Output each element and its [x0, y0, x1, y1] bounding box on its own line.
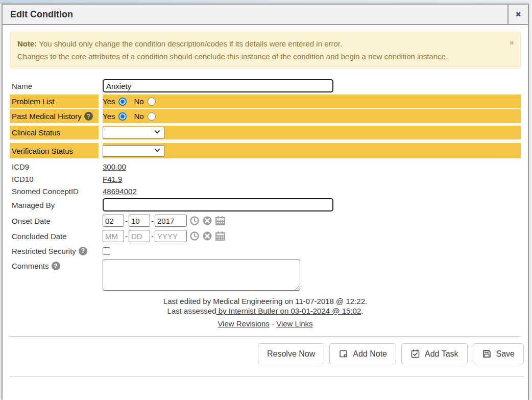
restricted-security-row: Restricted Security ?: [10, 245, 521, 256]
managed-by-label: Managed By: [10, 198, 99, 212]
verification-status-row: Verification Status: [10, 143, 521, 158]
last-assessed-link[interactable]: by Internist Butler on 03-01-2024 @ 15:0…: [216, 307, 361, 315]
clear-date-icon[interactable]: [202, 216, 212, 226]
verification-status-label: Verification Status: [10, 143, 99, 158]
comments-textarea[interactable]: [103, 260, 300, 291]
view-links-link[interactable]: View Links: [276, 319, 312, 328]
revision-links-line: View Revisions - View Links: [3, 319, 528, 328]
problem-list-no-radio[interactable]: [148, 98, 156, 106]
warning-note-banner: ✖ Note: You should only change the condi…: [10, 32, 521, 68]
dismiss-icon: ✖: [510, 40, 514, 46]
edit-condition-dialog: Edit Condition ✖ ✖ Note: You should only…: [2, 4, 529, 400]
restricted-security-checkbox[interactable]: [103, 247, 110, 255]
bottom-divider: [10, 376, 524, 377]
calendar-icon[interactable]: [215, 231, 226, 241]
footer-divider: [10, 336, 521, 337]
concluded-month-input[interactable]: [103, 230, 124, 242]
dialog-footer: Resolve Now Add Note Add Task Save: [3, 343, 524, 364]
past-medical-history-label: Past Medical History ?: [10, 109, 99, 123]
managed-by-input[interactable]: [103, 198, 333, 211]
problem-list-no-label: No: [134, 97, 143, 106]
problem-list-yes-label: Yes: [103, 97, 115, 106]
past-medical-history-yes-radio[interactable]: [118, 112, 127, 121]
comments-row: Comments ?: [10, 260, 521, 291]
past-medical-history-row: Past Medical History ? Yes No: [10, 109, 521, 123]
icd10-row: ICD10 F41.9: [10, 173, 521, 184]
icd10-code-link[interactable]: F41.9: [103, 175, 122, 183]
onset-month-input[interactable]: [103, 215, 124, 227]
chevron-down-icon: [154, 147, 161, 155]
snomed-concept-link[interactable]: 48694002: [103, 187, 137, 196]
clinical-status-row: Clinical Status: [10, 126, 521, 139]
restricted-security-label: Restricted Security ?: [10, 245, 99, 256]
concluded-day-input[interactable]: [129, 230, 150, 242]
last-edited-line: Last edited by Medical Engineering on 11…: [3, 296, 528, 306]
chevron-down-icon: [154, 128, 161, 137]
snomed-concept-label: Snomed ConceptID: [10, 185, 99, 197]
close-icon: ✖: [515, 10, 521, 18]
problem-list-label: Problem List: [10, 95, 99, 108]
past-medical-history-no-radio[interactable]: [148, 112, 156, 121]
name-input[interactable]: [103, 79, 333, 92]
help-icon[interactable]: ?: [52, 262, 60, 270]
problem-list-yes-radio[interactable]: [118, 98, 127, 106]
past-medical-history-yes-label: Yes: [103, 112, 115, 121]
clinical-status-select[interactable]: [103, 127, 164, 138]
help-icon[interactable]: ?: [79, 247, 87, 255]
name-label: Name: [10, 79, 99, 93]
calendar-icon[interactable]: [215, 216, 226, 226]
managed-by-row: Managed By: [10, 198, 521, 212]
concluded-date-label: Concluded Date: [10, 229, 99, 243]
note-icon: [338, 349, 348, 359]
icd9-label: ICD9: [10, 161, 99, 172]
view-revisions-link[interactable]: View Revisions: [217, 319, 269, 328]
clinical-status-label: Clinical Status: [10, 126, 99, 139]
past-medical-history-no-label: No: [134, 112, 143, 121]
name-row: Name: [10, 79, 521, 93]
note-prefix: Note:: [17, 39, 37, 48]
help-icon[interactable]: ?: [84, 112, 93, 121]
concluded-year-input[interactable]: [155, 230, 187, 242]
icd9-code-link[interactable]: 300.00: [103, 162, 126, 171]
close-button[interactable]: ✖: [507, 4, 528, 25]
snomed-concept-row: Snomed ConceptID 48694002: [10, 185, 521, 197]
onset-date-row: Onset Date - -: [10, 214, 521, 227]
last-assessed-line: Last assessed by Internist Butler on 03-…: [3, 306, 528, 316]
note-dismiss-button[interactable]: ✖: [510, 37, 514, 50]
dialog-header: Edit Condition ✖: [3, 5, 528, 25]
save-icon: [482, 349, 492, 359]
resolve-now-button[interactable]: Resolve Now: [258, 343, 324, 364]
calendar-check-icon: [410, 349, 420, 359]
onset-year-input[interactable]: [155, 215, 187, 227]
add-task-button[interactable]: Add Task: [401, 343, 468, 364]
add-note-button[interactable]: Add Note: [329, 343, 396, 364]
dialog-title: Edit Condition: [3, 9, 507, 20]
icd9-row: ICD9 300.00: [10, 161, 521, 172]
onset-date-label: Onset Date: [10, 214, 99, 227]
verification-status-select[interactable]: [103, 145, 164, 157]
condition-form: Name Problem List Yes No Past Medical Hi…: [3, 79, 528, 291]
concluded-date-row: Concluded Date - -: [10, 229, 521, 243]
clear-date-icon[interactable]: [202, 231, 212, 241]
clock-icon[interactable]: [189, 216, 200, 226]
clock-icon[interactable]: [189, 231, 200, 241]
note-line-1: Note: You should only change the conditi…: [17, 37, 513, 50]
note-line-2: Changes to the core attributes of a cond…: [17, 50, 513, 63]
problem-list-row: Problem List Yes No: [10, 95, 521, 108]
icd10-label: ICD10: [10, 173, 99, 184]
onset-day-input[interactable]: [129, 215, 150, 227]
comments-label: Comments ?: [10, 260, 99, 270]
save-button[interactable]: Save: [473, 343, 524, 364]
